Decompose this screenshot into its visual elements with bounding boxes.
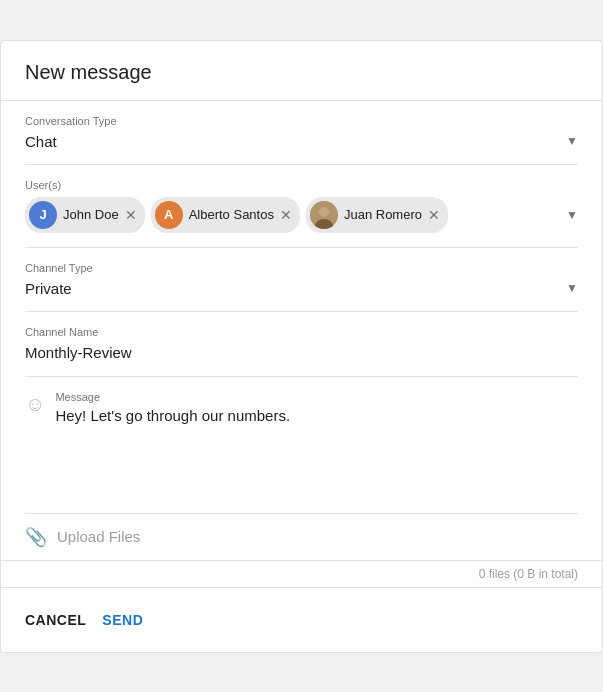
users-chevron-down-icon[interactable]: ▼	[566, 208, 578, 222]
upload-label: Upload Files	[57, 528, 140, 545]
message-area: ☺ Message Hey! Let's go through our numb…	[25, 377, 578, 497]
remove-alberto-santos-button[interactable]: ✕	[280, 208, 292, 222]
new-message-dialog: New message Conversation Type Chat ▼ Use…	[0, 40, 603, 653]
dialog-header: New message	[1, 41, 602, 101]
send-button[interactable]: SEND	[102, 604, 143, 636]
dialog-title: New message	[25, 61, 578, 84]
avatar-john-doe: J	[29, 201, 57, 229]
channel-name-value[interactable]: Monthly-Review	[25, 344, 132, 361]
channel-type-field: Channel Type Private ▼	[25, 248, 578, 312]
user-name-john-doe: John Doe	[63, 207, 119, 222]
dialog-footer: CANCEL SEND	[1, 588, 602, 652]
upload-section[interactable]: 📎 Upload Files	[1, 514, 602, 561]
conversation-type-value: Chat	[25, 133, 57, 150]
channel-name-label: Channel Name	[25, 326, 578, 338]
users-field: User(s) J John Doe ✕ A Alberto Santos ✕	[25, 165, 578, 248]
user-chip-juan-romero: Juan Romero ✕	[306, 197, 448, 233]
channel-type-value: Private	[25, 280, 72, 297]
message-content: Message Hey! Let's go through our number…	[55, 391, 578, 497]
avatar-juan-romero	[310, 201, 338, 229]
channel-chevron-down-icon: ▼	[566, 281, 578, 295]
svg-point-1	[319, 207, 329, 217]
conversation-type-select[interactable]: Chat ▼	[25, 133, 578, 150]
files-info: 0 files (0 B in total)	[1, 561, 602, 588]
message-label: Message	[55, 391, 578, 403]
channel-type-label: Channel Type	[25, 262, 578, 274]
message-text[interactable]: Hey! Let's go through our numbers.	[55, 407, 290, 424]
avatar-alberto-santos: A	[155, 201, 183, 229]
users-container: J John Doe ✕ A Alberto Santos ✕	[25, 197, 578, 233]
chevron-down-icon: ▼	[566, 134, 578, 148]
user-chip-alberto-santos: A Alberto Santos ✕	[151, 197, 300, 233]
paperclip-icon: 📎	[25, 526, 47, 548]
channel-type-select[interactable]: Private ▼	[25, 280, 578, 297]
emoji-icon[interactable]: ☺	[25, 393, 45, 497]
user-chip-john-doe: J John Doe ✕	[25, 197, 145, 233]
user-name-juan-romero: Juan Romero	[344, 207, 422, 222]
conversation-type-label: Conversation Type	[25, 115, 578, 127]
users-label: User(s)	[25, 179, 578, 191]
conversation-type-field: Conversation Type Chat ▼	[25, 101, 578, 165]
remove-juan-romero-button[interactable]: ✕	[428, 208, 440, 222]
channel-name-field: Channel Name Monthly-Review	[25, 312, 578, 377]
dialog-body: Conversation Type Chat ▼ User(s) J John …	[1, 101, 602, 514]
remove-john-doe-button[interactable]: ✕	[125, 208, 137, 222]
cancel-button[interactable]: CANCEL	[25, 604, 86, 636]
users-row: J John Doe ✕ A Alberto Santos ✕	[25, 197, 578, 233]
user-name-alberto-santos: Alberto Santos	[189, 207, 274, 222]
